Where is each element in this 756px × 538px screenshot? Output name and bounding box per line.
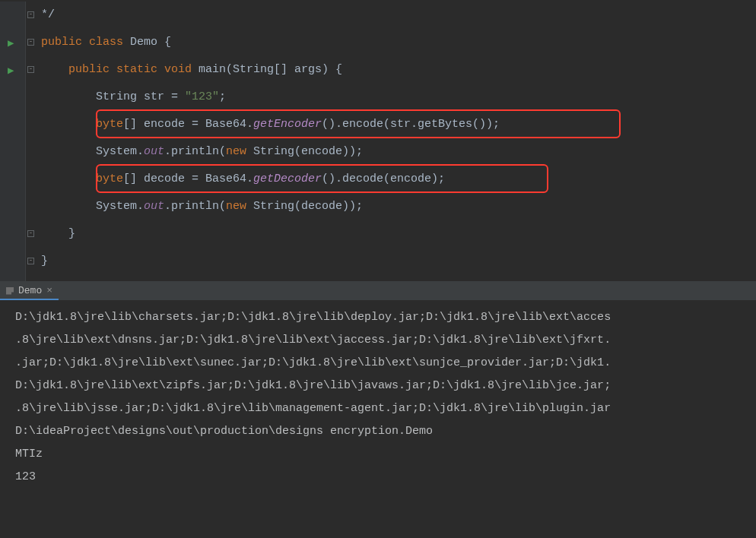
- console-line: D:\jdk1.8\jre\lib\ext\zipfs.jar;D:\jdk1.…: [15, 375, 748, 397]
- code-area[interactable]: */public class Demo { public static void…: [37, 2, 756, 281]
- code-line[interactable]: System.out.println(new String(decode));: [41, 193, 756, 220]
- code-token: ().decode(encode);: [322, 172, 445, 185]
- code-token: String str =: [96, 90, 185, 103]
- code-line[interactable]: String str = "123";: [41, 84, 756, 111]
- code-line[interactable]: System.out.println(new String(encode));: [41, 138, 756, 166]
- code-token: .println(: [164, 145, 226, 158]
- run-tab-icon: [6, 287, 14, 295]
- code-token: }: [41, 255, 48, 267]
- console-tab-label: Demo: [18, 285, 42, 296]
- code-line[interactable]: public class Demo {: [41, 29, 756, 56]
- console-tab-demo[interactable]: Demo ×: [0, 283, 59, 300]
- console-line: MTIz: [15, 443, 748, 466]
- code-line[interactable]: public static void main(String[] args) {: [41, 56, 756, 84]
- code-token: byte: [96, 118, 123, 131]
- editor-gutter: ▶▶: [0, 2, 26, 281]
- code-token: out: [144, 145, 164, 158]
- run-gutter-icon[interactable]: ▶: [8, 36, 14, 49]
- code-token: byte: [96, 172, 123, 185]
- code-token: .println(: [164, 200, 226, 213]
- code-line[interactable]: }: [41, 220, 756, 248]
- code-token: getDecoder: [253, 172, 322, 185]
- code-token: System.: [96, 145, 144, 158]
- fold-toggle-icon[interactable]: -: [27, 230, 34, 237]
- code-token: [] encode = Base64.: [123, 118, 253, 131]
- code-token: String(decode));: [253, 200, 363, 213]
- fold-toggle-icon[interactable]: -: [27, 66, 34, 73]
- fold-toggle-icon[interactable]: -: [27, 258, 34, 264]
- console-line: D:\jdk1.8\jre\lib\charsets.jar;D:\jdk1.8…: [15, 306, 748, 329]
- code-token: public static void: [68, 63, 199, 76]
- code-token: new: [226, 200, 253, 213]
- code-token: */: [41, 8, 55, 21]
- console-line: 123: [15, 466, 748, 489]
- code-token: String(encode));: [253, 145, 363, 158]
- code-line[interactable]: }: [41, 248, 756, 275]
- code-token: ().encode(str.getBytes());: [322, 118, 500, 131]
- fold-toggle-icon[interactable]: -: [27, 11, 34, 18]
- close-icon[interactable]: ×: [46, 285, 52, 296]
- code-token: }: [68, 227, 75, 240]
- run-gutter-icon[interactable]: ▶: [8, 64, 14, 77]
- console-output[interactable]: D:\jdk1.8\jre\lib\charsets.jar;D:\jdk1.8…: [0, 300, 756, 538]
- code-token: out: [144, 200, 164, 213]
- code-line[interactable]: byte[] decode = Base64.getDecoder().deco…: [41, 166, 756, 193]
- fold-column: -----: [26, 2, 37, 281]
- code-line[interactable]: byte[] encode = Base64.getEncoder().enco…: [41, 111, 756, 138]
- code-editor[interactable]: ▶▶ ----- */public class Demo { public st…: [0, 0, 756, 281]
- code-token: main(String[] args) {: [199, 63, 342, 76]
- console-line: .8\jre\lib\jsse.jar;D:\jdk1.8\jre\lib\ma…: [15, 397, 748, 420]
- code-token: [] decode = Base64.: [123, 172, 253, 185]
- code-line[interactable]: */: [41, 2, 756, 29]
- code-token: System.: [96, 200, 144, 213]
- console-line: D:\ideaProject\designs\out\production\de…: [15, 420, 748, 443]
- code-token: ;: [219, 90, 226, 103]
- code-token: Demo {: [130, 36, 171, 49]
- code-token: "123": [185, 90, 219, 103]
- console-line: .8\jre\lib\ext\dnsns.jar;D:\jdk1.8\jre\l…: [15, 329, 748, 352]
- console-line: .jar;D:\jdk1.8\jre\lib\ext\sunec.jar;D:\…: [15, 352, 748, 375]
- fold-toggle-icon[interactable]: -: [27, 39, 34, 46]
- code-token: getEncoder: [253, 118, 322, 131]
- console-tab-bar: Demo ×: [0, 283, 756, 300]
- code-token: new: [226, 145, 253, 158]
- code-token: public class: [41, 36, 130, 49]
